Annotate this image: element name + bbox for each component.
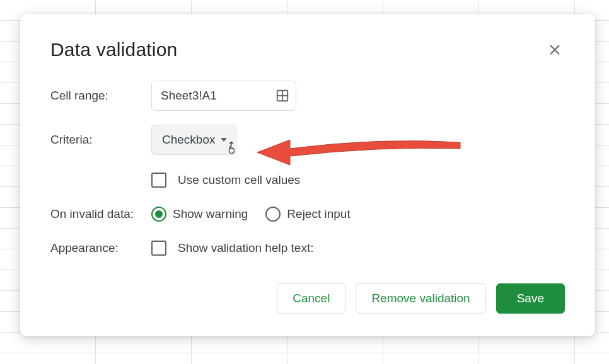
radio-show-warning-label: Show warning bbox=[173, 207, 248, 221]
radio-icon bbox=[151, 207, 166, 222]
appearance-label: Appearance: bbox=[50, 241, 151, 255]
radio-show-warning[interactable]: Show warning bbox=[151, 207, 248, 222]
criteria-label: Criteria: bbox=[50, 133, 151, 147]
help-text-checkbox[interactable] bbox=[151, 241, 166, 256]
radio-reject-input-label: Reject input bbox=[287, 207, 350, 221]
cell-range-input-wrap[interactable] bbox=[151, 81, 296, 111]
remove-validation-button[interactable]: Remove validation bbox=[356, 283, 485, 314]
radio-reject-input[interactable]: Reject input bbox=[265, 207, 350, 222]
radio-icon bbox=[265, 207, 281, 222]
cancel-button[interactable]: Cancel bbox=[277, 283, 345, 314]
cursor-pointer-icon bbox=[226, 141, 237, 157]
use-custom-values-label: Use custom cell values bbox=[178, 173, 300, 187]
save-button[interactable]: Save bbox=[496, 283, 565, 314]
on-invalid-label: On invalid data: bbox=[50, 207, 151, 221]
help-text-label: Show validation help text: bbox=[178, 241, 313, 255]
close-button[interactable] bbox=[545, 40, 565, 60]
criteria-dropdown[interactable]: Checkbox bbox=[151, 125, 236, 155]
dialog-title: Data validation bbox=[50, 39, 177, 60]
close-icon bbox=[548, 43, 562, 57]
criteria-value: Checkbox bbox=[162, 133, 216, 147]
use-custom-values-checkbox[interactable] bbox=[151, 173, 166, 188]
cell-range-input[interactable] bbox=[161, 89, 255, 103]
cell-range-label: Cell range: bbox=[50, 89, 151, 103]
grid-select-icon[interactable] bbox=[276, 89, 289, 103]
data-validation-dialog: Data validation Cell range: Criteria: Ch… bbox=[20, 14, 595, 336]
